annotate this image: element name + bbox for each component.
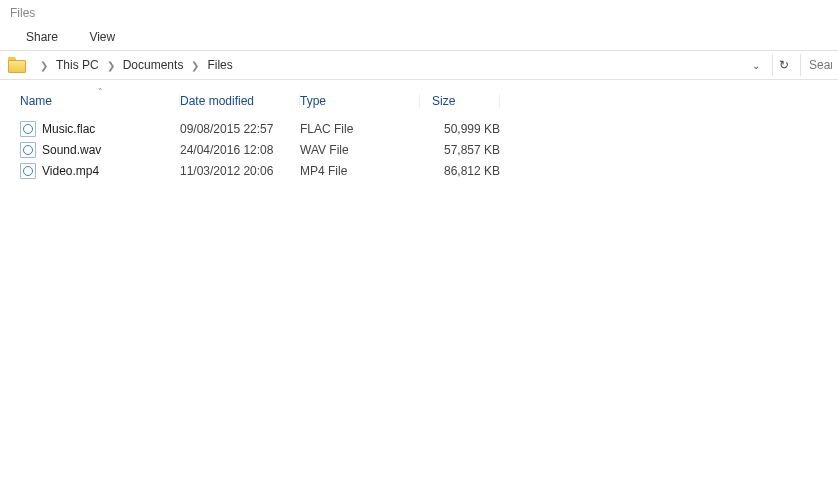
file-name: Music.flac: [42, 122, 95, 136]
video-file-icon: [20, 163, 36, 179]
address-dropdown[interactable]: ⌄: [746, 60, 766, 71]
file-date: 24/04/2016 12:08: [180, 143, 300, 157]
file-row[interactable]: Video.mp4 11/03/2012 20:06 MP4 File 86,8…: [0, 160, 838, 181]
breadcrumb-this-pc[interactable]: This PC: [54, 56, 101, 74]
breadcrumb-files[interactable]: Files: [205, 56, 234, 74]
header-date[interactable]: Date modified: [180, 94, 300, 108]
menu-view[interactable]: View: [89, 30, 115, 44]
chevron-right-icon[interactable]: ❯: [40, 60, 48, 71]
file-type: MP4 File: [300, 164, 420, 178]
chevron-right-icon[interactable]: ❯: [107, 60, 115, 71]
column-headers: ˄ Name Date modified Type Size: [0, 88, 838, 118]
file-type: FLAC File: [300, 122, 420, 136]
file-name: Sound.wav: [42, 143, 101, 157]
folder-icon: [8, 57, 26, 73]
breadcrumb-documents[interactable]: Documents: [121, 56, 186, 74]
file-row[interactable]: Sound.wav 24/04/2016 12:08 WAV File 57,8…: [0, 139, 838, 160]
address-bar[interactable]: ❯ This PC ❯ Documents ❯ Files ⌄ ↻ Search: [0, 50, 838, 80]
menu-share[interactable]: Share: [26, 30, 58, 44]
file-type: WAV File: [300, 143, 420, 157]
breadcrumb: ❯ This PC ❯ Documents ❯ Files: [34, 56, 235, 74]
header-name-label: Name: [20, 94, 52, 108]
header-name[interactable]: ˄ Name: [20, 94, 180, 108]
audio-file-icon: [20, 142, 36, 158]
search-input[interactable]: Search: [800, 54, 832, 76]
file-name: Video.mp4: [42, 164, 99, 178]
file-list: ˄ Name Date modified Type Size Music.fla…: [0, 80, 838, 181]
audio-file-icon: [20, 121, 36, 137]
file-size: 50,999 KB: [420, 122, 500, 136]
menubar: Share View: [0, 28, 838, 50]
file-date: 11/03/2012 20:06: [180, 164, 300, 178]
file-row[interactable]: Music.flac 09/08/2015 22:57 FLAC File 50…: [0, 118, 838, 139]
header-type[interactable]: Type: [300, 94, 420, 108]
file-size: 57,857 KB: [420, 143, 500, 157]
chevron-right-icon[interactable]: ❯: [191, 60, 199, 71]
file-size: 86,812 KB: [420, 164, 500, 178]
refresh-button[interactable]: ↻: [772, 54, 794, 76]
file-date: 09/08/2015 22:57: [180, 122, 300, 136]
sort-ascending-icon: ˄: [98, 87, 103, 97]
window-title: Files: [0, 0, 838, 28]
header-size[interactable]: Size: [420, 94, 500, 108]
